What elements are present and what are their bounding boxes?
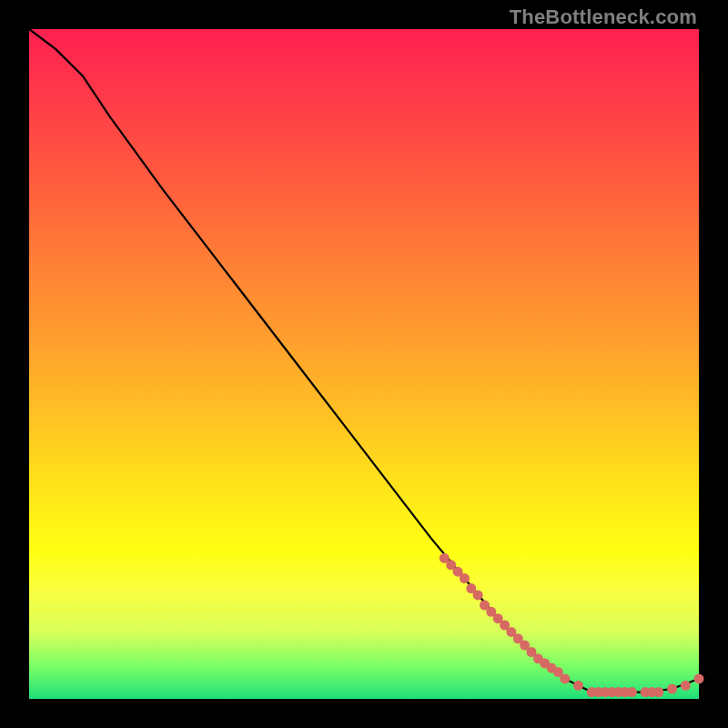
data-marker [694,673,704,683]
data-marker [667,684,677,694]
chart-stage: TheBottleneck.com [0,0,728,728]
data-markers [440,553,704,697]
data-marker [653,687,663,697]
data-marker [473,590,483,600]
data-marker [573,681,583,691]
attribution-label: TheBottleneck.com [510,5,697,29]
plot-area [29,29,699,699]
bottleneck-curve [29,29,699,693]
data-marker [460,573,470,583]
data-marker [560,673,570,683]
chart-svg [29,29,699,699]
data-marker [681,681,691,691]
data-marker [627,687,637,697]
